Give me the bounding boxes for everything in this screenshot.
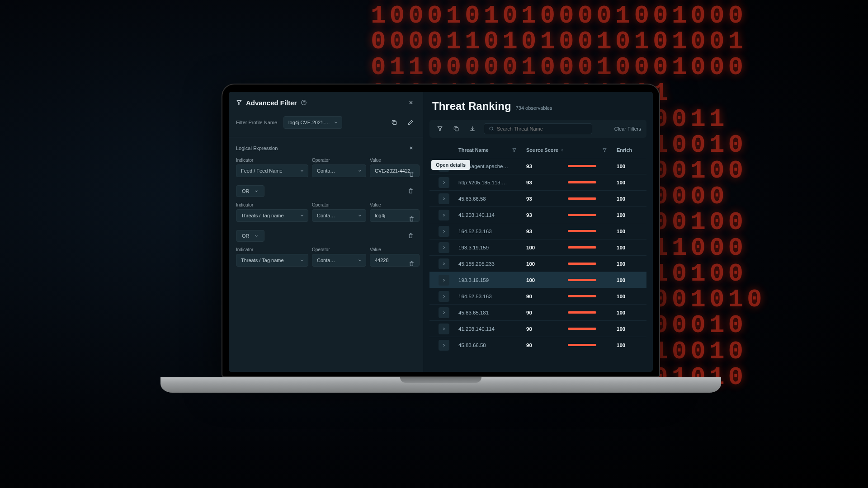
- source-score-cell: 90: [526, 343, 565, 348]
- score-bar: [568, 214, 599, 216]
- or-operator-select[interactable]: OR: [236, 230, 264, 242]
- table-row[interactable]: 41.203.140.114 93 100: [429, 206, 646, 223]
- svg-rect-2: [455, 128, 458, 131]
- threat-name-cell: 45.83.66.58: [458, 343, 509, 348]
- threat-name-cell: 41.203.140.114: [458, 212, 509, 218]
- delete-condition-button[interactable]: [407, 259, 416, 268]
- enrich-score-cell: 100: [617, 261, 644, 267]
- operator-select[interactable]: Conta…: [312, 164, 366, 177]
- expand-row-button[interactable]: [439, 307, 449, 318]
- source-score-cell: 100: [526, 277, 565, 283]
- toolbar-filter-button[interactable]: [435, 124, 445, 134]
- condition-block: Indicator Threats / Tag name Operator Co…: [236, 247, 415, 267]
- col-source-filter-icon[interactable]: [602, 148, 614, 153]
- table-row[interactable]: http://205.185.113.59:1234/xmss 93 100: [429, 174, 646, 190]
- profile-value: log4j CVE-2021-…: [288, 120, 330, 125]
- close-filter-button[interactable]: [406, 98, 415, 107]
- clear-filters-link[interactable]: Clear Filters: [614, 126, 641, 131]
- close-section-button[interactable]: [407, 144, 415, 152]
- source-score-cell: 93: [526, 212, 565, 218]
- expand-row-button[interactable]: [439, 226, 449, 237]
- table-row[interactable]: 164.52.53.163 90 100: [429, 288, 646, 304]
- toolbar-copy-button[interactable]: [451, 124, 461, 134]
- expand-row-button[interactable]: [439, 193, 449, 204]
- table-row[interactable]: 164.52.53.163 93 100: [429, 223, 646, 239]
- enrich-score-cell: 100: [617, 164, 644, 169]
- profile-select[interactable]: log4j CVE-2021-…: [283, 116, 342, 129]
- filter-header: Advanced Filter: [229, 92, 423, 113]
- operator-select[interactable]: Conta…: [312, 209, 366, 222]
- indicator-value: Threats / Tag name: [241, 258, 284, 263]
- threat-table: Open details Threat Name Source Score: [429, 142, 646, 372]
- chevron-down-icon: [254, 189, 259, 193]
- or-operator-select[interactable]: OR: [236, 185, 264, 197]
- indicator-label: Indicator: [236, 202, 308, 207]
- search-input[interactable]: [497, 126, 587, 131]
- toolbar-download-button[interactable]: [467, 124, 477, 134]
- threat-name-cell: 41.203.140.114: [458, 326, 509, 332]
- operator-value: Conta…: [317, 258, 335, 263]
- table-row[interactable]: 45.83.65.181 90 100: [429, 304, 646, 320]
- delete-condition-button[interactable]: [407, 169, 416, 179]
- col-source-score[interactable]: Source Score: [526, 147, 565, 153]
- laptop-frame: Advanced Filter Filter Profile Name log4…: [222, 84, 660, 393]
- table-header: Open details Threat Name Source Score: [429, 142, 646, 158]
- copy-profile-button[interactable]: [389, 117, 399, 127]
- score-bar: [568, 197, 599, 200]
- indicator-label: Indicator: [236, 247, 308, 252]
- source-score-cell: 90: [526, 310, 565, 315]
- col-name-filter-icon[interactable]: [512, 148, 524, 153]
- table-row[interactable]: 45.83.66.58 93 100: [429, 190, 646, 206]
- ranking-toolbar: Clear Filters: [429, 120, 646, 138]
- indicator-select[interactable]: Threats / Tag name: [236, 254, 308, 267]
- table-row[interactable]: 193.3.19.159 100 100: [429, 239, 646, 255]
- expand-row-button[interactable]: [439, 210, 449, 221]
- score-bar: [568, 344, 599, 346]
- table-row[interactable]: 41.203.140.114 90 100: [429, 320, 646, 337]
- enrich-score-cell: 100: [617, 343, 644, 348]
- chevron-down-icon: [358, 169, 362, 173]
- help-icon[interactable]: [301, 99, 307, 106]
- expand-row-button[interactable]: [439, 275, 449, 286]
- indicator-select[interactable]: Threats / Tag name: [236, 209, 308, 222]
- laptop-notch: [400, 377, 481, 383]
- condition-block: Indicator Threats / Tag name Operator Co…: [236, 202, 415, 222]
- expand-row-button[interactable]: [439, 291, 449, 302]
- delete-group-button[interactable]: [406, 186, 415, 196]
- operator-select[interactable]: Conta…: [312, 254, 366, 267]
- enrich-score-cell: 100: [617, 180, 644, 185]
- table-row[interactable]: 45.83.66.58 90 100: [429, 337, 646, 353]
- enrich-score-cell: 100: [617, 212, 644, 218]
- score-bar: [568, 181, 599, 183]
- score-bar: [568, 165, 599, 167]
- enrich-score-cell: 100: [617, 196, 644, 202]
- col-threat-name[interactable]: Threat Name: [458, 147, 509, 153]
- table-row[interactable]: 193.3.19.159 100 100: [429, 272, 646, 288]
- filter-icon: [236, 99, 242, 106]
- enrich-score-cell: 100: [617, 229, 644, 234]
- score-bar: [568, 230, 599, 232]
- col-enrich[interactable]: Enrich: [617, 147, 644, 153]
- expand-row-button[interactable]: [439, 242, 449, 253]
- operator-value: Conta…: [317, 168, 335, 174]
- edit-profile-button[interactable]: [406, 117, 415, 127]
- expand-row-button[interactable]: [439, 177, 449, 188]
- indicator-value: Feed / Feed Name: [241, 168, 283, 174]
- expand-row-button[interactable]: [439, 324, 449, 334]
- table-row[interactable]: 45.155.205.233 100 100: [429, 255, 646, 272]
- open-details-tooltip: Open details: [431, 160, 470, 170]
- expand-row-button[interactable]: [439, 258, 449, 269]
- operator-value: Conta…: [317, 213, 335, 218]
- chevron-down-icon: [254, 234, 259, 238]
- delete-condition-button[interactable]: [407, 214, 416, 224]
- delete-group-button[interactable]: [406, 231, 415, 240]
- chevron-down-icon: [358, 258, 362, 263]
- score-bar: [568, 328, 599, 330]
- chevron-down-icon: [334, 120, 338, 125]
- indicator-select[interactable]: Feed / Feed Name: [236, 164, 308, 177]
- score-bar: [568, 246, 599, 249]
- expand-row-button[interactable]: [439, 340, 449, 351]
- advanced-filter-panel: Advanced Filter Filter Profile Name log4…: [229, 92, 423, 372]
- indicator-value: Threats / Tag name: [241, 213, 284, 218]
- source-score-cell: 93: [526, 164, 565, 169]
